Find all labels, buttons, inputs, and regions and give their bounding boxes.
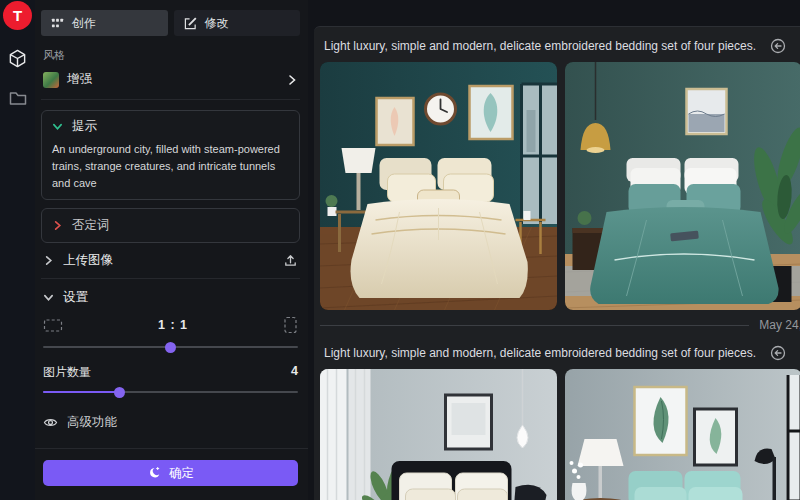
bedroom-image-white [320, 369, 557, 500]
landscape-icon [43, 318, 63, 333]
settings-toggle[interactable]: 设置 [41, 279, 300, 311]
generated-image-card[interactable] [565, 62, 800, 310]
image-count-value: 4 [291, 364, 298, 381]
generated-image-card[interactable] [320, 369, 557, 500]
generation-prompt-text: Light luxury, simple and modern, delicat… [324, 346, 756, 360]
settings-label: 设置 [63, 289, 88, 306]
divider-line [320, 325, 749, 326]
tab-create[interactable]: 创作 [41, 10, 168, 36]
bedroom-image-cream [320, 62, 557, 310]
date-label: May 24, [759, 318, 800, 332]
tab-modify-label: 修改 [205, 15, 229, 32]
moon-sparkle-icon [147, 466, 161, 480]
tab-modify[interactable]: 修改 [174, 10, 301, 36]
generation-group-1: Light luxury, simple and modern, delicat… [320, 30, 794, 310]
advanced-features-label: 高级功能 [67, 414, 117, 431]
advanced-features-toggle[interactable]: 高级功能 [41, 402, 300, 443]
eye-icon [43, 416, 58, 429]
reuse-prompt-icon[interactable] [770, 345, 786, 361]
prompt-box-header[interactable]: 提示 [52, 118, 289, 135]
edit-icon [184, 17, 197, 30]
generation-panel: 创作 修改 风格 增强 提示 An underground city, fill… [35, 0, 308, 500]
reuse-prompt-icon[interactable] [770, 38, 786, 54]
chevron-down-icon [43, 292, 54, 303]
chevron-right-icon [286, 74, 298, 86]
upload-image-label: 上传图像 [63, 252, 113, 269]
bedroom-image-mint [565, 369, 800, 500]
portrait-icon [283, 316, 298, 334]
grid-icon [51, 17, 64, 30]
image-count-row: 图片数量 4 [41, 357, 300, 384]
generation-prompt-row: Light luxury, simple and modern, delicat… [320, 337, 794, 369]
app-root: T 创作 [0, 0, 800, 500]
folder-icon [9, 90, 27, 106]
image-count-slider[interactable] [43, 385, 298, 398]
aspect-slider[interactable] [43, 340, 298, 353]
chevron-right-icon [52, 220, 63, 231]
gallery-panel: Light luxury, simple and modern, delicat… [314, 26, 800, 500]
slider-knob[interactable] [165, 342, 176, 353]
prompt-input[interactable]: An underground city, filled with steam-p… [52, 141, 289, 192]
aspect-ratio-value: 1 : 1 [158, 318, 188, 332]
chevron-down-icon [52, 121, 63, 132]
prompt-label: 提示 [72, 118, 97, 135]
prompt-box[interactable]: 提示 An underground city, filled with stea… [41, 110, 300, 200]
upload-icon[interactable] [283, 253, 298, 268]
generated-image-card[interactable] [565, 369, 800, 500]
generation-group-2: Light luxury, simple and modern, delicat… [320, 337, 794, 500]
generation-prompt-row: Light luxury, simple and modern, delicat… [320, 30, 794, 62]
aspect-ratio-row: 1 : 1 [41, 311, 300, 339]
slider-knob[interactable] [114, 387, 125, 398]
panel-divider [35, 448, 308, 449]
style-selector[interactable]: 增强 [41, 69, 300, 100]
slider-fill [43, 391, 120, 393]
generated-image-card[interactable] [320, 62, 557, 310]
cube-icon [8, 49, 27, 68]
upload-image-row[interactable]: 上传图像 [41, 243, 300, 279]
user-avatar[interactable]: T [3, 1, 32, 30]
style-section-label: 风格 [43, 48, 298, 63]
bedroom-image-teal [565, 62, 800, 310]
models-nav-item[interactable] [7, 47, 29, 69]
image-row-1 [320, 62, 794, 310]
negative-prompt-label: 否定词 [72, 217, 110, 234]
date-divider: May 24, [320, 310, 794, 337]
mode-tabs: 创作 修改 [41, 10, 300, 36]
confirm-button[interactable]: 确定 [43, 460, 298, 486]
generation-prompt-text: Light luxury, simple and modern, delicat… [324, 39, 756, 53]
left-rail: T [0, 0, 35, 500]
files-nav-item[interactable] [7, 87, 29, 109]
negative-prompt-box[interactable]: 否定词 [41, 208, 300, 243]
gallery: Light luxury, simple and modern, delicat… [308, 0, 800, 500]
image-row-2 [320, 369, 794, 500]
style-thumbnail [43, 72, 59, 88]
style-value: 增强 [67, 71, 92, 88]
confirm-button-label: 确定 [169, 465, 194, 482]
chevron-right-icon [43, 255, 54, 266]
image-count-label: 图片数量 [43, 364, 91, 381]
tab-create-label: 创作 [72, 15, 96, 32]
